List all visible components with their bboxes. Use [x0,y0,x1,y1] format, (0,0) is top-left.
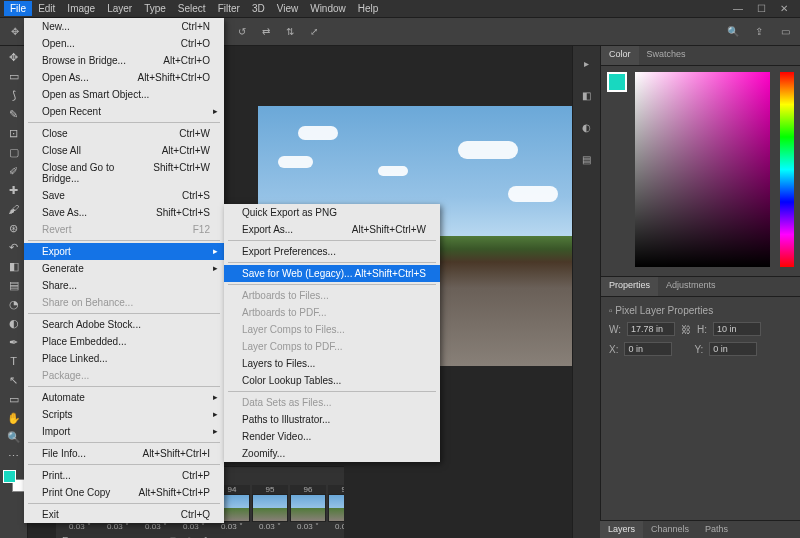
menu-item[interactable]: Export As...Alt+Shift+Ctrl+W [224,221,440,238]
foreground-color[interactable] [607,72,627,92]
gradient-tool[interactable]: ▤ [4,276,24,294]
menu-item[interactable]: Layers to Files... [224,355,440,372]
history-brush-tool[interactable]: ↶ [4,238,24,256]
slide-icon[interactable]: ⇅ [281,23,299,41]
menu-item[interactable]: File Info...Alt+Shift+Ctrl+I [24,445,224,462]
color-swatch[interactable] [3,470,25,492]
tab-swatches[interactable]: Swatches [639,46,694,65]
tab-channels[interactable]: Channels [643,521,697,538]
hue-slider[interactable] [780,72,794,267]
x-field[interactable] [624,342,672,356]
menu-item[interactable]: Quick Export as PNG [224,204,440,221]
type-tool[interactable]: T [4,352,24,370]
menu-item[interactable]: Share... [24,277,224,294]
pen-tool[interactable]: ✒ [4,333,24,351]
styles-icon[interactable]: ▤ [578,150,596,168]
menu-item[interactable]: Place Linked... [24,350,224,367]
menu-item[interactable]: Automate [24,389,224,406]
brush-tool[interactable]: 🖌 [4,200,24,218]
roll-icon[interactable]: ↺ [233,23,251,41]
tab-properties[interactable]: Properties [601,277,658,296]
menu-item[interactable]: Close AllAlt+Ctrl+W [24,142,224,159]
healing-tool[interactable]: ✚ [4,181,24,199]
eraser-tool[interactable]: ◧ [4,257,24,275]
menu-item[interactable]: Scripts [24,406,224,423]
menu-item[interactable]: ExitCtrl+Q [24,506,224,523]
tab-layers[interactable]: Layers [600,521,643,538]
quick-select-tool[interactable]: ✎ [4,105,24,123]
width-field[interactable] [627,322,675,336]
tab-paths[interactable]: Paths [697,521,736,538]
menu-item[interactable]: Open Recent [24,103,224,120]
menu-item[interactable]: Save As...Shift+Ctrl+S [24,204,224,221]
menu-help[interactable]: Help [352,1,385,16]
menu-item[interactable]: Generate [24,260,224,277]
drag-icon[interactable]: ⇄ [257,23,275,41]
tab-color[interactable]: Color [601,46,639,65]
collapse-icon[interactable]: ▸ [578,54,596,72]
dodge-tool[interactable]: ◐ [4,314,24,332]
arrange-icon[interactable]: ▭ [776,23,794,41]
shape-tool[interactable]: ▭ [4,390,24,408]
menu-file[interactable]: File [4,1,32,16]
blur-tool[interactable]: ◔ [4,295,24,313]
menu-3d[interactable]: 3D [246,1,271,16]
zoom-tool[interactable]: 🔍 [4,428,24,446]
menu-item[interactable]: Render Video... [224,428,440,445]
menu-item[interactable]: Import [24,423,224,440]
y-field[interactable] [709,342,757,356]
menu-item[interactable]: Print...Ctrl+P [24,467,224,484]
menu-item[interactable]: Zoomify... [224,445,440,462]
menu-item[interactable]: SaveCtrl+S [24,187,224,204]
height-field[interactable] [713,322,761,336]
search-icon[interactable]: 🔍 [724,23,742,41]
menu-item[interactable]: Paths to Illustrator... [224,411,440,428]
menu-item[interactable]: Search Adobe Stock... [24,316,224,333]
timeline-frame[interactable]: 960.03 ˅ [290,485,326,531]
menu-select[interactable]: Select [172,1,212,16]
color-field[interactable] [635,72,770,267]
menu-edit[interactable]: Edit [32,1,61,16]
menu-layer[interactable]: Layer [101,1,138,16]
menu-filter[interactable]: Filter [212,1,246,16]
timeline-frame[interactable]: 950.03 ˅ [252,485,288,531]
scale-icon[interactable]: ⤢ [305,23,323,41]
marquee-tool[interactable]: ▭ [4,67,24,85]
menu-item[interactable]: Open as Smart Object... [24,86,224,103]
minimize-icon[interactable]: — [733,3,743,14]
close-icon[interactable]: ✕ [780,3,788,14]
menu-item[interactable]: Open As...Alt+Shift+Ctrl+O [24,69,224,86]
edit-toolbar[interactable]: ⋯ [4,447,24,465]
lasso-tool[interactable]: ⟆ [4,86,24,104]
link-icon[interactable]: ⛓ [681,324,691,335]
menu-window[interactable]: Window [304,1,352,16]
share-icon[interactable]: ⇪ [750,23,768,41]
crop-tool[interactable]: ⊡ [4,124,24,142]
menu-image[interactable]: Image [61,1,101,16]
libraries-icon[interactable]: ◧ [578,86,596,104]
menu-item[interactable]: Close and Go to Bridge...Shift+Ctrl+W [24,159,224,187]
adjustments-icon[interactable]: ◐ [578,118,596,136]
eyedropper-tool[interactable]: ✐ [4,162,24,180]
tab-adjustments[interactable]: Adjustments [658,277,724,296]
stamp-tool[interactable]: ⊛ [4,219,24,237]
menu-item[interactable]: Color Lookup Tables... [224,372,440,389]
menu-item[interactable]: New...Ctrl+N [24,18,224,35]
menu-item[interactable]: Browse in Bridge...Alt+Ctrl+O [24,52,224,69]
move-tool[interactable]: ✥ [4,48,24,66]
path-tool[interactable]: ↖ [4,371,24,389]
menu-item[interactable]: Export Preferences... [224,243,440,260]
menu-item[interactable]: Place Embedded... [24,333,224,350]
height-label: H: [697,324,707,335]
menu-type[interactable]: Type [138,1,172,16]
menu-item[interactable]: Open...Ctrl+O [24,35,224,52]
menu-item[interactable]: Save for Web (Legacy)...Alt+Shift+Ctrl+S [224,265,440,282]
maximize-icon[interactable]: ☐ [757,3,766,14]
menu-view[interactable]: View [271,1,305,16]
menu-item[interactable]: CloseCtrl+W [24,125,224,142]
frame-tool[interactable]: ▢ [4,143,24,161]
menu-item[interactable]: Export [24,243,224,260]
hand-tool[interactable]: ✋ [4,409,24,427]
timeline-frame[interactable]: 970.03 ˅ [328,485,344,531]
menu-item[interactable]: Print One CopyAlt+Shift+Ctrl+P [24,484,224,501]
